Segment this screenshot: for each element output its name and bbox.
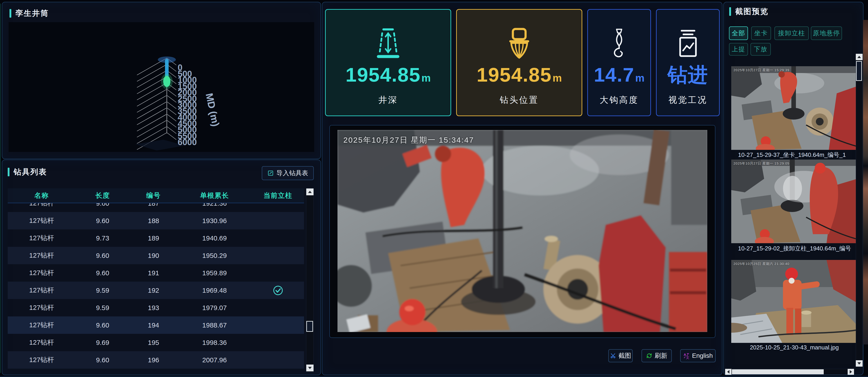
table-row[interactable]: 127钻杆9.60 1871921.36 [8, 203, 304, 212]
wellbore-canvas[interactable]: 0 500 1000 1500 2000 2500 3000 3500 4000… [8, 22, 314, 152]
visual-state-label: 视觉工况 [669, 94, 707, 106]
thumbnail-2-timestamp: 2025年10月27日 星期一 15:29:05 [734, 161, 789, 166]
preview-scroll-down-button[interactable] [856, 360, 863, 367]
report-chart-icon [673, 20, 703, 60]
card-well-depth: 1954.85 m 井深 [325, 9, 451, 116]
table-row[interactable]: 127钻杆9.60 1962007.96 [8, 351, 304, 369]
language-label: English [692, 352, 713, 359]
table-row[interactable]: 127钻杆9.59 1931979.07 [8, 299, 304, 316]
center-panel: 1954.85 m 井深 1954.85 m 钻头位置 [322, 2, 722, 375]
screenshot-label: 截图 [618, 351, 631, 360]
col-length: 长度 [75, 191, 130, 200]
well-depth-value: 1954.85 [345, 65, 421, 85]
preview-hscrollbar-thumb[interactable] [732, 369, 824, 374]
dashboard-root: 孪生井筒 [0, 0, 868, 377]
svg-text:文: 文 [686, 355, 689, 359]
thumbnail-2-image [731, 160, 857, 243]
clipped-thumbnail-column [863, 20, 868, 344]
wellbore-title: 孪生井筒 [16, 8, 49, 19]
table-row[interactable]: 127钻杆9.60 1901950.29 [8, 247, 304, 264]
well-depth-icon [371, 20, 405, 60]
card-bit-position: 1954.85 m 钻头位置 [456, 9, 582, 116]
filter-chip-stand-handling[interactable]: 接卸立柱 [774, 26, 809, 40]
preview-title-row: 截图预览 [729, 6, 769, 17]
thumbnail-3-caption: 2025-10-25_21-30-43_manual.jpg [731, 344, 857, 351]
video-panel: 2025年10月27日 星期一 15:34:47 [329, 125, 715, 338]
thumbnail-3-timestamp: 2025年10月25日 星期六 21:30:40 [734, 262, 789, 266]
table-scroll-down-button[interactable] [306, 365, 313, 371]
table-row[interactable]: 127钻杆9.69 1951998.36 [8, 334, 304, 351]
well-bottom-cap [135, 140, 185, 151]
title-accent-bar [9, 9, 11, 18]
title-accent-bar [729, 7, 731, 16]
table-scroll-up-button[interactable] [306, 189, 313, 195]
import-tools-button[interactable]: 导入钻具表 [262, 166, 314, 180]
import-tools-label: 导入钻具表 [276, 169, 308, 178]
bit-marker [163, 76, 170, 87]
video-timestamp: 2025年10月27日 星期一 15:34:47 [343, 135, 474, 145]
well-depth-unit: m [422, 73, 431, 83]
filter-chip-pull-up[interactable]: 上提 [729, 43, 748, 56]
wellbore-title-row: 孪生井筒 [9, 8, 49, 19]
tools-title-row: 钻具列表 [8, 167, 47, 177]
screenshot-button[interactable]: 截图 [608, 349, 633, 362]
translate-icon: A 文 [683, 352, 690, 359]
table-row[interactable]: 127钻杆9.60 1911959.89 [8, 264, 304, 282]
language-button[interactable]: A 文 English [680, 349, 716, 362]
current-check-icon [273, 285, 283, 295]
thumbnail-1-image [731, 66, 857, 150]
wellbore-3d-plot: 0 500 1000 1500 2000 2500 3000 3500 4000… [8, 22, 314, 152]
thumbnail-3[interactable]: 2025年10月25日 星期六 21:30:40 [731, 260, 857, 343]
preview-scrollbar-track[interactable] [856, 54, 863, 367]
thumbnail-1-timestamp: 2025年10月27日 星期一 15:29:39 [734, 68, 789, 72]
table-row[interactable]: 127钻杆9.60 1941988.67 [8, 316, 304, 334]
card-visual-state: 钻进 视觉工况 [656, 9, 720, 116]
tools-panel: 钻具列表 导入钻具表 名称 长度 编号 单根累长 当前立柱 127钻杆9.60 … [2, 160, 321, 375]
thumbnail-3-image [731, 260, 857, 343]
table-scrollbar-track[interactable] [306, 188, 314, 372]
table-header: 名称 长度 编号 单根累长 当前立柱 [8, 188, 304, 203]
hook-height-label: 大钩高度 [600, 94, 639, 106]
bit-position-unit: m [553, 73, 562, 83]
refresh-label: 刷新 [655, 351, 667, 360]
preview-panel: 截图预览 全部 坐卡 接卸立柱 原地悬停 上提 下放 [723, 2, 864, 375]
import-edit-icon [268, 170, 274, 176]
table-row[interactable]: 127钻杆9.73 1891940.69 [8, 229, 304, 247]
thumbnail-2-caption: 10-27_15-29-02_接卸立柱_1940.64m_编号 [731, 245, 864, 252]
preview-scroll-right-button[interactable] [848, 369, 854, 375]
tick-label: 6000 [178, 137, 197, 147]
scissors-icon [610, 353, 616, 359]
preview-scrollbar-thumb[interactable] [856, 61, 862, 81]
refresh-icon [646, 353, 652, 359]
col-current-stand: 当前立柱 [252, 191, 304, 200]
drill-bit-icon [502, 20, 536, 60]
wellbore-panel: 孪生井筒 [2, 2, 321, 159]
thumbnail-2[interactable]: 2025年10月27日 星期一 15:29:05 [731, 160, 857, 243]
tools-title: 钻具列表 [13, 167, 47, 177]
tools-table-body: 127钻杆9.60 1871921.36 127钻杆9.60 1881930.9… [8, 203, 304, 371]
filter-chip-lower-down[interactable]: 下放 [750, 43, 771, 56]
preview-title: 截图预览 [735, 6, 769, 17]
hook-height-unit: m [635, 73, 645, 83]
col-number: 编号 [130, 191, 177, 200]
preview-scroll-left-button[interactable] [725, 369, 732, 375]
col-name: 名称 [8, 191, 75, 200]
filter-chip-slips-set[interactable]: 坐卡 [751, 26, 771, 40]
filter-chip-hover[interactable]: 原地悬停 [811, 26, 842, 40]
table-row-current[interactable]: 127钻杆9.59 1921969.48 [8, 282, 304, 299]
hook-icon [604, 20, 634, 60]
page-left-glow [0, 4, 1, 373]
preview-scroll-up-button[interactable] [856, 54, 863, 60]
table-row[interactable]: 127钻杆9.60 1881930.96 [8, 212, 304, 229]
page-bottom-glow [0, 376, 868, 377]
title-accent-bar [8, 168, 9, 176]
refresh-button[interactable]: 刷新 [642, 349, 672, 362]
thumbnail-1[interactable]: 2025年10月27日 星期一 15:29:39 [731, 66, 857, 150]
filter-chip-all[interactable]: 全部 [729, 26, 748, 40]
col-cumulative: 单根累长 [177, 191, 252, 200]
well-depth-label: 井深 [378, 94, 398, 106]
table-scrollbar-thumb[interactable] [306, 321, 313, 332]
bit-position-label: 钻头位置 [500, 94, 539, 106]
thumbnail-1-caption: 10-27_15-29-37_坐卡_1940.64m_编号_1 [731, 151, 864, 159]
video-feed: 2025年10月27日 星期一 15:34:47 [338, 130, 707, 332]
